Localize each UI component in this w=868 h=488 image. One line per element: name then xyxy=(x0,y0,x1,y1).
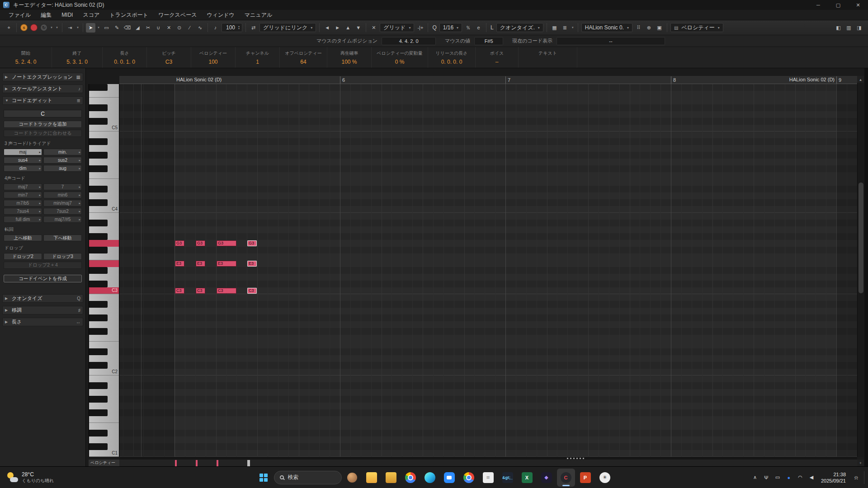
edge-button[interactable] xyxy=(421,469,439,487)
piano-key-D#3[interactable] xyxy=(89,267,119,274)
mic-icon[interactable]: Ψ xyxy=(761,469,772,487)
wifi-icon[interactable]: ◠ xyxy=(795,469,806,487)
object-selection-tool[interactable]: ➤ xyxy=(86,23,95,33)
status-dot-icon[interactable]: ● xyxy=(783,469,794,487)
piano-key-F#5[interactable] xyxy=(89,84,119,91)
piano-key-G#2[interactable] xyxy=(89,314,119,321)
piano-key-C#3[interactable] xyxy=(89,281,119,287)
mouse-field-value-2[interactable]: -- xyxy=(557,37,665,45)
piano-key-C#1[interactable] xyxy=(89,443,119,450)
piano-key-D4[interactable] xyxy=(89,192,119,199)
piano-key-B4[interactable] xyxy=(89,131,119,138)
piano-key-B2[interactable] xyxy=(89,294,119,301)
piano-key-D#5[interactable] xyxy=(89,104,119,111)
inspector-section-bottom-2-expander-icon[interactable]: ▶ xyxy=(5,320,9,324)
piano-key-D1[interactable] xyxy=(89,436,119,443)
info-cell-6[interactable]: オフベロシティー64 xyxy=(280,47,327,68)
piano-key-E3[interactable] xyxy=(89,260,119,267)
hidden-icons-chevron-icon[interactable]: ∧ xyxy=(750,469,760,487)
menu-item-0[interactable]: ファイル xyxy=(4,10,36,20)
inspector-section-top-1[interactable]: ▶スケールアシスタント♪ xyxy=(2,84,83,93)
midi-note-E3-10[interactable]: E3 xyxy=(247,261,257,267)
right-zone-toggle-icon[interactable]: ◨ xyxy=(854,23,864,33)
piano-key-A4[interactable] xyxy=(89,145,119,152)
volume-icon[interactable]: ◀ xyxy=(806,469,817,487)
chord-type-sus2[interactable]: sus2▸ xyxy=(43,157,82,164)
note-grid[interactable]: G3E3C3G3E3C3G3E3C3G3E3C3 xyxy=(119,84,857,457)
timeline-ruler[interactable]: 6789HALion Sonic 02 (D)HALion Sonic 02 (… xyxy=(119,76,857,84)
velocity-lane[interactable] xyxy=(119,460,857,466)
piano-key-C5[interactable]: C5 xyxy=(89,125,119,131)
event-colors-dropdown[interactable]: ▤ベロシティー▾ xyxy=(670,23,723,32)
midi-note-G3-6[interactable]: G3 xyxy=(217,240,236,246)
chord-type-maj7[interactable]: maj7▸ xyxy=(4,183,42,190)
piano-key-E1[interactable] xyxy=(89,423,119,430)
velocity-bar-1[interactable] xyxy=(196,460,198,466)
drop-2-4-button[interactable]: ドロップ2 + 4 xyxy=(4,262,82,269)
piano-key-F3[interactable] xyxy=(89,253,119,260)
add-chord-track-button[interactable]: コードトラックを追加 xyxy=(4,121,82,128)
terminal-button[interactable]: &gt;_ xyxy=(499,469,517,487)
midi-note-C3-5[interactable]: C3 xyxy=(196,288,205,294)
velocity-bar-0[interactable] xyxy=(175,460,177,466)
erase-tool[interactable]: ⌫ xyxy=(123,23,132,33)
velocity-lane-tab[interactable]: ベロシティー xyxy=(89,460,119,466)
chord-type-maj75[interactable]: maj7/#5▸ xyxy=(43,216,82,223)
inversion-button-1[interactable]: 下へ移動 xyxy=(43,235,82,241)
inspector-section-top-0-expander-icon[interactable]: ▶ xyxy=(5,75,9,79)
chord-type-min7[interactable]: min7▸ xyxy=(4,192,42,198)
chord-type-dim[interactable]: dim▸ xyxy=(4,165,42,172)
start-button[interactable] xyxy=(255,469,273,487)
info-cell-0[interactable]: 開始5. 2. 4. 0 xyxy=(0,47,52,68)
chatgpt-button[interactable]: ✳ xyxy=(596,469,614,487)
zoom-tool[interactable]: ⊙ xyxy=(175,23,184,33)
chord-type-min[interactable]: min.▸ xyxy=(43,149,82,155)
zoom-plus-button[interactable]: + xyxy=(857,460,864,466)
zoom-button[interactable] xyxy=(440,469,458,487)
piano-key-F2[interactable] xyxy=(89,335,119,342)
chord-type-maj[interactable]: maj▸ xyxy=(4,149,42,155)
explorer-button[interactable] xyxy=(363,469,381,487)
selection-tool-dropdown[interactable]: ▾ xyxy=(96,23,101,32)
velocity-bar-3[interactable] xyxy=(247,460,250,466)
inversion-button-0[interactable]: 上へ移動 xyxy=(4,235,42,241)
split-tool[interactable]: ✂ xyxy=(143,23,153,33)
piano-key-G3[interactable] xyxy=(89,240,119,247)
insert-velocity-field-steppers[interactable]: ▲▼ xyxy=(238,25,240,30)
menu-item-1[interactable]: 編集 xyxy=(36,10,57,20)
piano-key-G1[interactable] xyxy=(89,403,119,409)
info-cell-7[interactable]: 再生確率100 % xyxy=(327,47,372,68)
match-chord-track-button[interactable]: コードトラックに合わせる xyxy=(4,130,82,137)
trim-tool[interactable]: ◢ xyxy=(133,23,142,33)
nudge-right-icon[interactable]: ► xyxy=(333,23,342,33)
mouse-field-value-1[interactable]: F#5 xyxy=(474,37,503,45)
nudge-left-icon[interactable]: ◄ xyxy=(322,23,332,33)
glue-tool[interactable]: ∪ xyxy=(154,23,163,33)
info-cell-2[interactable]: 長さ0. 0. 1. 0 xyxy=(103,47,147,68)
mute-tool[interactable]: ✕ xyxy=(164,23,174,33)
piano-key-E4[interactable] xyxy=(89,179,119,186)
chord-type-m7b5[interactable]: m7/b5▸ xyxy=(4,200,42,206)
piano-key-G4[interactable] xyxy=(89,159,119,165)
piano-key-E5[interactable] xyxy=(89,98,119,104)
inspector-section-bottom-0[interactable]: ▶クオンタイズQ xyxy=(2,294,83,303)
piano-key-A1[interactable] xyxy=(89,389,119,396)
insert-velocity-field[interactable]: 100▲▼ xyxy=(222,23,242,32)
piano-key-C1[interactable]: C1 xyxy=(89,450,119,457)
auto-scroll-dropdown[interactable]: ▾ xyxy=(75,23,80,32)
menu-item-2[interactable]: MIDI xyxy=(57,10,78,19)
length-quantize-dropdown[interactable]: クオンタイズ.▾ xyxy=(496,23,543,32)
info-cell-8[interactable]: ベロシティーの変動量0 % xyxy=(372,47,428,68)
acoustic-feedback-button[interactable]: ↻ xyxy=(40,24,47,31)
inspector-section-bottom-1[interactable]: ▶移調♯ xyxy=(2,306,83,314)
event-list-dropdown[interactable]: ▾ xyxy=(570,23,576,32)
piano-key-A#3[interactable] xyxy=(89,220,119,226)
record-in-editor-button[interactable] xyxy=(30,24,38,31)
chrome-profile-button[interactable] xyxy=(460,469,478,487)
info-cell-9[interactable]: リリースの長さ0. 0. 0. 0 xyxy=(428,47,476,68)
drop-button-1[interactable]: ドロップ3 xyxy=(43,253,82,260)
piano-key-E2[interactable] xyxy=(89,342,119,348)
midi-note-C3-8[interactable]: C3 xyxy=(217,288,236,294)
grid-link-dropdown[interactable]: グリッドにリンク▾ xyxy=(259,23,316,32)
velocity-bar-2[interactable] xyxy=(217,460,218,466)
